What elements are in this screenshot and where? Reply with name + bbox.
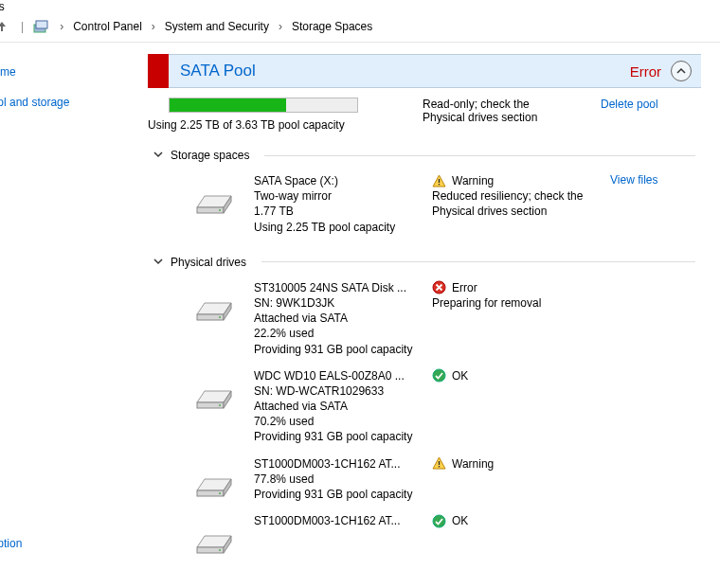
section-physical-drives-label: Physical drives	[171, 256, 246, 269]
section-storage-spaces-label: Storage spaces	[171, 149, 249, 162]
svg-rect-1	[36, 21, 47, 28]
section-physical-drives-header[interactable]: Physical drives	[153, 256, 695, 269]
physical-drive-item: ST310005 24NS SATA Disk ...SN: 9WK1D3JKA…	[169, 273, 695, 361]
section-storage-spaces-header[interactable]: Storage spaces	[153, 149, 695, 162]
drive-connection: Attached via SATA	[254, 399, 415, 414]
chevron-up-icon	[675, 65, 687, 77]
section-divider	[261, 261, 695, 262]
svg-point-28	[433, 515, 445, 527]
pool-name: SATA Pool	[169, 62, 630, 80]
drive-icon	[195, 385, 233, 412]
chevron-down-icon	[153, 150, 163, 161]
physical-drive-item: ST1000DM003-1CH162 AT...77.8% usedProvid…	[169, 449, 695, 507]
collapse-pool-button[interactable]	[671, 61, 692, 81]
drive-status-label: Warning	[452, 456, 494, 472]
drive-status-label: OK	[452, 368, 468, 383]
ok-icon	[432, 368, 446, 383]
window-title-fragment: ces	[0, 0, 720, 15]
drive-used: 22.2% used	[254, 326, 415, 341]
svg-point-17	[433, 369, 445, 382]
breadcrumb-system-security[interactable]: System and Security	[165, 20, 269, 33]
pool-message: Read-only; check the Physical drives sec…	[423, 98, 574, 132]
breadcrumb-chevron-icon[interactable]: ›	[152, 20, 155, 33]
up-arrow-icon[interactable]	[0, 19, 11, 34]
breadcrumb-storage-spaces[interactable]: Storage Spaces	[292, 20, 372, 33]
drive-providing: Providing 931 GB pool capacity	[254, 342, 415, 357]
svg-point-5	[219, 209, 221, 211]
svg-point-21	[219, 492, 221, 494]
breadcrumb-control-panel[interactable]: Control Panel	[73, 20, 142, 33]
drive-used: 70.2% used	[254, 414, 415, 429]
drive-name: ST310005 24NS SATA Disk ...	[254, 280, 415, 295]
breadcrumb-toolbar: | › Control Panel › System and Security …	[0, 15, 720, 43]
physical-drives-list: ST310005 24NS SATA Disk ...SN: 9WK1D3JKA…	[169, 273, 695, 561]
space-status-message: Reduced resiliency; check the Physical d…	[432, 188, 593, 219]
sidebar: el Home w pool and storage rive Encrypti…	[0, 43, 142, 581]
warning-icon	[432, 456, 446, 471]
breadcrumb-chevron-icon[interactable]: ›	[279, 20, 282, 33]
svg-rect-22	[439, 461, 440, 465]
breadcrumb-chevron-icon[interactable]: ›	[60, 20, 63, 33]
delete-pool-link[interactable]: Delete pool	[601, 98, 658, 111]
space-status-label: Warning	[452, 173, 494, 188]
svg-rect-23	[439, 466, 440, 467]
ok-icon	[432, 514, 446, 528]
physical-drive-item: WDC WD10 EALS-00Z8A0 ...SN: WD-WCATR1029…	[169, 361, 695, 449]
view-files-link[interactable]: View files	[610, 173, 657, 187]
main-content: SATA Pool Error Using 2.25 TB of 3.63 TB…	[142, 43, 720, 581]
pool-status-flag-icon	[148, 54, 169, 88]
sidebar-link-bitlocker[interactable]: rive Encryption	[0, 537, 22, 550]
drive-icon	[195, 530, 233, 557]
svg-point-27	[219, 549, 221, 551]
pool-capacity-fill	[170, 98, 286, 112]
svg-point-16	[219, 404, 221, 406]
pool-capacity-progress	[169, 98, 358, 113]
pool-summary-row: Using 2.25 TB of 3.63 TB pool capacity R…	[169, 98, 695, 132]
storage-space-icon	[195, 190, 233, 217]
drive-used: 77.8% used	[254, 472, 415, 487]
space-usage: Using 2.25 TB pool capacity	[254, 220, 415, 235]
drive-name: WDC WD10 EALS-00Z8A0 ...	[254, 368, 415, 383]
drive-name: ST1000DM003-1CH162 AT...	[254, 513, 415, 528]
space-name: SATA Space (X:)	[254, 173, 415, 188]
drive-connection: Attached via SATA	[254, 311, 415, 326]
drive-status-label: OK	[452, 513, 468, 528]
separator-icon: |	[21, 20, 24, 33]
drive-status-label: Error	[452, 280, 477, 295]
sidebar-link-home[interactable]: el Home	[0, 65, 142, 79]
warning-icon	[432, 174, 446, 188]
drive-status-message: Preparing for removal	[432, 295, 593, 311]
drive-providing: Providing 931 GB pool capacity	[254, 487, 415, 502]
error-icon	[432, 280, 446, 294]
pool-status-label: Error	[630, 63, 671, 80]
svg-rect-6	[439, 179, 440, 183]
space-size: 1.77 TB	[254, 204, 415, 219]
drive-icon	[195, 297, 233, 324]
storage-space-item: SATA Space (X:) Two-way mirror 1.77 TB U…	[169, 166, 695, 239]
drive-serial: SN: 9WK1D3JK	[254, 295, 415, 311]
svg-point-11	[219, 316, 221, 318]
pool-header: SATA Pool Error	[148, 54, 701, 88]
svg-rect-7	[439, 184, 440, 185]
drive-name: ST1000DM003-1CH162 AT...	[254, 456, 415, 472]
section-divider	[264, 155, 695, 156]
physical-drive-item: ST1000DM003-1CH162 AT...OK	[169, 506, 695, 561]
space-type: Two-way mirror	[254, 188, 415, 204]
control-panel-icon[interactable]	[33, 19, 50, 34]
drive-serial: SN: WD-WCATR1029633	[254, 383, 415, 399]
drive-icon	[195, 473, 233, 500]
chevron-down-icon	[153, 257, 163, 268]
sidebar-link-create-pool[interactable]: w pool and storage	[0, 96, 142, 109]
drive-providing: Providing 931 GB pool capacity	[254, 429, 415, 444]
pool-usage-text: Using 2.25 TB of 3.63 TB pool capacity	[148, 118, 396, 132]
